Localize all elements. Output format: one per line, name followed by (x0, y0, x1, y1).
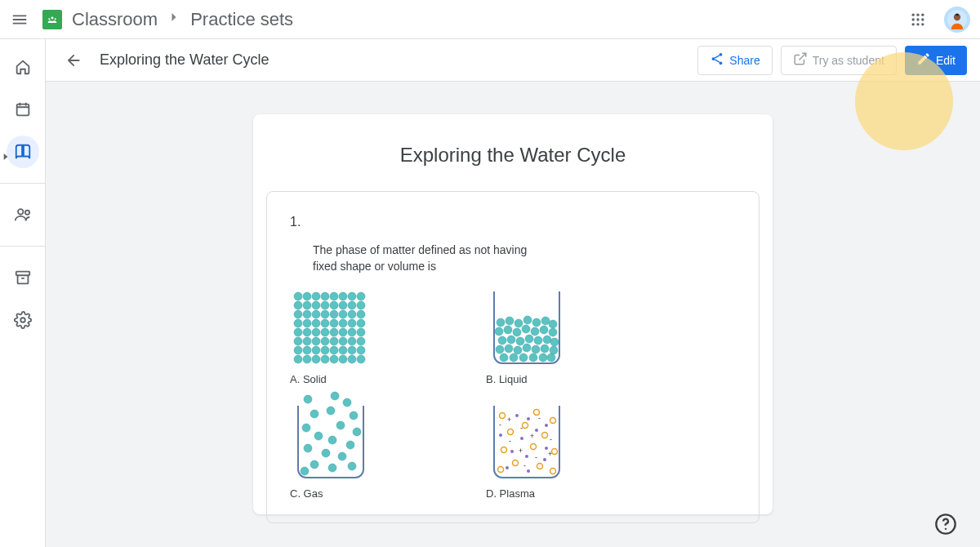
edit-button[interactable]: Edit (905, 46, 967, 75)
svg-point-98 (531, 327, 539, 336)
svg-point-126 (327, 407, 335, 415)
content-area[interactable]: Exploring the Water Cycle 1. The phase o… (46, 82, 980, 547)
nav-settings[interactable] (7, 304, 39, 336)
svg-point-50 (321, 319, 329, 327)
svg-point-115 (500, 354, 508, 362)
svg-point-71 (294, 346, 302, 354)
svg-point-20 (719, 53, 723, 56)
help-button[interactable] (934, 513, 957, 536)
svg-point-92 (541, 317, 550, 325)
svg-rect-15 (16, 105, 29, 116)
nav-home[interactable] (7, 51, 39, 83)
svg-point-69 (348, 337, 356, 345)
account-avatar[interactable] (944, 7, 970, 33)
svg-point-65 (312, 337, 320, 345)
svg-point-7 (916, 18, 919, 20)
svg-point-9 (912, 23, 915, 25)
svg-point-40 (303, 310, 311, 318)
svg-rect-18 (16, 272, 29, 276)
breadcrumb: Classroom Practice sets (72, 9, 293, 30)
svg-point-158 (535, 429, 538, 432)
option-b[interactable]: B. Liquid (486, 289, 633, 385)
nav-people[interactable] (7, 198, 39, 231)
breadcrumb-practice-sets[interactable]: Practice sets (190, 9, 293, 30)
svg-point-56 (303, 328, 311, 336)
svg-point-47 (294, 319, 302, 327)
svg-point-74 (321, 346, 329, 354)
svg-point-35 (330, 301, 338, 309)
back-button[interactable] (59, 46, 88, 75)
svg-point-112 (532, 345, 540, 354)
svg-point-129 (353, 428, 361, 436)
svg-point-133 (304, 444, 312, 452)
rail-divider (0, 246, 45, 247)
svg-point-164 (543, 458, 546, 461)
svg-point-8 (921, 18, 924, 20)
svg-point-27 (330, 292, 338, 300)
option-c[interactable]: C. Gas (290, 403, 437, 500)
svg-point-94 (495, 327, 503, 336)
svg-point-131 (328, 436, 336, 444)
svg-point-24 (303, 292, 311, 300)
svg-text:-: - (509, 437, 511, 445)
svg-point-42 (321, 310, 329, 318)
svg-point-106 (543, 336, 551, 344)
main-menu-button[interactable] (10, 10, 29, 29)
share-icon (710, 51, 724, 69)
side-navigation-rail (0, 39, 46, 547)
top-app-bar: Classroom Practice sets (0, 0, 980, 39)
document-title: Exploring the Water Cycle (253, 144, 773, 167)
svg-point-144 (542, 433, 548, 438)
svg-point-30 (357, 292, 365, 300)
svg-point-60 (339, 328, 347, 336)
nav-calendar[interactable] (7, 93, 39, 126)
svg-text:-: - (499, 420, 501, 429)
svg-point-11 (921, 23, 924, 25)
svg-point-59 (330, 328, 338, 336)
svg-point-99 (540, 326, 548, 334)
svg-point-16 (18, 209, 23, 214)
svg-point-156 (499, 434, 502, 437)
svg-point-127 (302, 424, 310, 432)
svg-point-75 (330, 346, 338, 354)
open-in-new-icon (793, 51, 808, 69)
option-a-label: A. Solid (290, 373, 437, 385)
svg-point-70 (357, 337, 365, 345)
try-as-student-button[interactable]: Try as student (781, 46, 897, 75)
svg-point-89 (514, 319, 523, 327)
page-header: Exploring the Water Cycle Share Try as s… (46, 39, 980, 82)
svg-point-19 (20, 318, 25, 322)
svg-point-91 (532, 318, 541, 327)
svg-point-83 (330, 355, 338, 363)
svg-point-120 (547, 354, 555, 362)
svg-text:-: - (523, 461, 526, 469)
edit-icon (916, 51, 931, 69)
svg-point-104 (525, 335, 533, 343)
svg-point-151 (498, 467, 504, 473)
svg-point-148 (552, 449, 558, 455)
option-d[interactable]: ++++ ------- D. Plasma (486, 403, 633, 500)
svg-point-107 (550, 338, 559, 346)
svg-point-105 (534, 336, 542, 345)
nav-archive[interactable] (7, 261, 39, 294)
breadcrumb-classroom[interactable]: Classroom (72, 9, 158, 30)
svg-point-130 (314, 432, 323, 440)
svg-point-157 (520, 437, 523, 440)
svg-point-73 (312, 346, 320, 354)
svg-point-113 (541, 345, 549, 353)
option-a[interactable]: A. Solid (290, 289, 437, 385)
svg-point-48 (303, 319, 311, 327)
svg-point-44 (339, 310, 347, 318)
option-b-label: B. Liquid (486, 373, 633, 385)
google-apps-button[interactable] (908, 10, 928, 29)
share-button[interactable]: Share (697, 46, 772, 75)
svg-point-154 (527, 417, 530, 420)
rail-expand-handle[interactable] (0, 151, 8, 164)
page-title: Exploring the Water Cycle (100, 51, 269, 69)
svg-point-138 (348, 462, 356, 470)
svg-point-3 (912, 13, 915, 16)
svg-point-90 (523, 316, 532, 324)
svg-point-82 (321, 355, 329, 363)
svg-point-152 (550, 469, 556, 474)
svg-point-137 (328, 464, 336, 472)
